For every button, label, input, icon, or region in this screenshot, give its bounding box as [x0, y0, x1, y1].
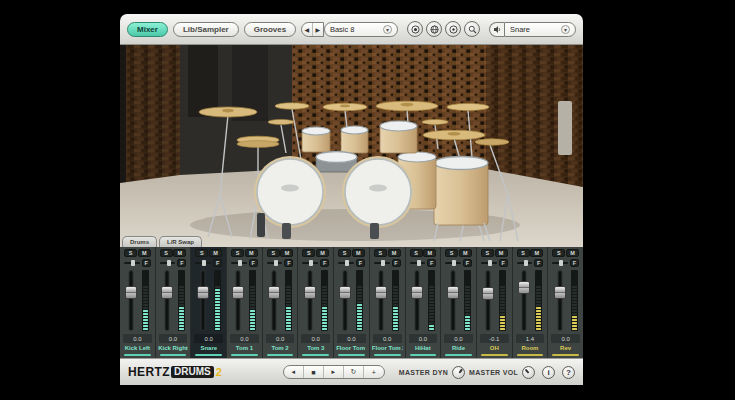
help-button[interactable]: ?	[562, 366, 575, 379]
fader-handle[interactable]	[554, 286, 566, 299]
crash-cymbal-center[interactable]	[323, 103, 367, 111]
ride-cymbal-right[interactable]	[423, 130, 485, 140]
fader-handle[interactable]	[447, 286, 459, 299]
transport-prev-button[interactable]: ◂	[284, 366, 304, 378]
solo-button[interactable]: S	[267, 249, 280, 257]
solo-button[interactable]: S	[302, 249, 315, 257]
search-icon-button[interactable]	[464, 21, 480, 37]
mute-button[interactable]: M	[566, 249, 579, 257]
mixer-channel-rev[interactable]: S M F 0.0 Rev	[548, 247, 583, 358]
splash-cymbal-left[interactable]	[268, 119, 294, 124]
mixer-channel-tom-3[interactable]: S M F 0.0 Tom 3	[298, 247, 334, 358]
mixer-channel-kick-left[interactable]: S M F 0.0 Kick Left	[120, 247, 156, 358]
mixer-channel-tom-1[interactable]: S M F 0.0 Tom 1	[227, 247, 263, 358]
mixer-channel-tom-2[interactable]: S M F 0.0 Tom 2	[263, 247, 299, 358]
volume-fader[interactable]	[197, 270, 209, 331]
volume-fader[interactable]	[482, 270, 494, 331]
rack-tom-3[interactable]	[380, 121, 417, 153]
mixer-channel-ride[interactable]: S M F 0.0 Ride	[441, 247, 477, 358]
pan-handle[interactable]	[131, 260, 135, 266]
fader-handle[interactable]	[161, 286, 173, 299]
mute-button[interactable]: M	[459, 249, 472, 257]
solo-button[interactable]: S	[195, 249, 208, 257]
fx-button[interactable]: F	[284, 259, 293, 267]
mute-button[interactable]: M	[495, 249, 508, 257]
rack-tom-2[interactable]	[341, 126, 368, 153]
preset-next-button[interactable]: ▶	[313, 23, 323, 36]
pan-slider[interactable]	[410, 262, 426, 264]
mixer-channel-hihat[interactable]: S M F 0.0 HiHat	[406, 247, 442, 358]
pan-slider[interactable]	[481, 262, 497, 264]
pan-handle[interactable]	[488, 260, 492, 266]
pan-handle[interactable]	[309, 260, 313, 266]
fader-handle[interactable]	[125, 286, 137, 299]
transport-play-button[interactable]: ▸	[324, 366, 344, 378]
mixer-channel-oh[interactable]: S M F -0.1 OH	[477, 247, 513, 358]
pan-handle[interactable]	[559, 260, 563, 266]
transport-stop-button[interactable]: ■	[304, 366, 324, 378]
volume-fader[interactable]	[518, 270, 530, 331]
pan-handle[interactable]	[452, 260, 456, 266]
solo-button[interactable]: S	[160, 249, 173, 257]
pan-slider[interactable]	[124, 262, 140, 264]
solo-button[interactable]: S	[517, 249, 530, 257]
solo-button[interactable]: S	[374, 249, 387, 257]
fx-button[interactable]: F	[427, 259, 436, 267]
mixer-channel-floor-tom-2[interactable]: S M F 0.0 Floor Tom 2	[370, 247, 406, 358]
pan-slider[interactable]	[231, 262, 247, 264]
fader-handle[interactable]	[304, 286, 316, 299]
solo-button[interactable]: S	[124, 249, 137, 257]
crash-cymbal-right[interactable]	[447, 103, 489, 110]
volume-fader[interactable]	[232, 270, 244, 331]
mute-button[interactable]: M	[245, 249, 258, 257]
mute-button[interactable]: M	[316, 249, 329, 257]
solo-button[interactable]: S	[552, 249, 565, 257]
transport-loop-button[interactable]: ↻	[344, 366, 364, 378]
hi-hat-cymbals[interactable]	[237, 136, 279, 147]
crash-cymbal-far-left[interactable]	[199, 107, 257, 117]
volume-fader[interactable]	[447, 270, 459, 331]
pan-handle[interactable]	[345, 260, 349, 266]
kick-drum-right[interactable]	[342, 156, 414, 228]
tab-lib-sampler[interactable]: Lib/Sampler	[173, 22, 239, 37]
solo-button[interactable]: S	[231, 249, 244, 257]
fader-handle[interactable]	[268, 286, 280, 299]
pan-handle[interactable]	[417, 260, 421, 266]
fx-button[interactable]: F	[463, 259, 472, 267]
record-icon-button[interactable]	[407, 21, 423, 37]
rack-tom-1[interactable]	[302, 127, 330, 152]
pan-slider[interactable]	[338, 262, 354, 264]
mixer-channel-room[interactable]: S M F 1.4 Room	[513, 247, 549, 358]
splash-cymbal-right[interactable]	[422, 119, 448, 124]
volume-fader[interactable]	[554, 270, 566, 331]
target-icon-button[interactable]	[445, 21, 461, 37]
fx-button[interactable]: F	[249, 259, 258, 267]
pan-slider[interactable]	[302, 262, 318, 264]
pan-slider[interactable]	[195, 262, 211, 264]
solo-button[interactable]: S	[481, 249, 494, 257]
fader-handle[interactable]	[375, 286, 387, 299]
pan-slider[interactable]	[552, 262, 568, 264]
fx-button[interactable]: F	[570, 259, 579, 267]
volume-fader[interactable]	[125, 270, 137, 331]
transport-drag-button[interactable]: +	[364, 366, 384, 378]
preset-select[interactable]: Basic 8 ▾	[324, 22, 398, 37]
fx-button[interactable]: F	[499, 259, 508, 267]
pan-slider[interactable]	[517, 262, 533, 264]
solo-button[interactable]: S	[445, 249, 458, 257]
mute-button[interactable]: M	[423, 249, 436, 257]
fx-button[interactable]: F	[213, 259, 222, 267]
tab-grooves[interactable]: Grooves	[244, 22, 296, 37]
mixer-channel-kick-right[interactable]: S M F 0.0 Kick Right	[156, 247, 192, 358]
fx-button[interactable]: F	[392, 259, 401, 267]
volume-fader[interactable]	[304, 270, 316, 331]
fader-handle[interactable]	[339, 286, 351, 299]
fader-handle[interactable]	[411, 286, 423, 299]
output-select[interactable]: Snare ▾	[504, 22, 576, 37]
pan-slider[interactable]	[374, 262, 390, 264]
fader-handle[interactable]	[197, 286, 209, 299]
stage-tab-lr-swap[interactable]: L/R Swap	[159, 236, 202, 247]
info-button[interactable]: i	[542, 366, 555, 379]
mixer-channel-floor-tom-1[interactable]: S M F 0.0 Floor Tom 1	[334, 247, 370, 358]
preset-prev-button[interactable]: ◀	[302, 23, 313, 36]
